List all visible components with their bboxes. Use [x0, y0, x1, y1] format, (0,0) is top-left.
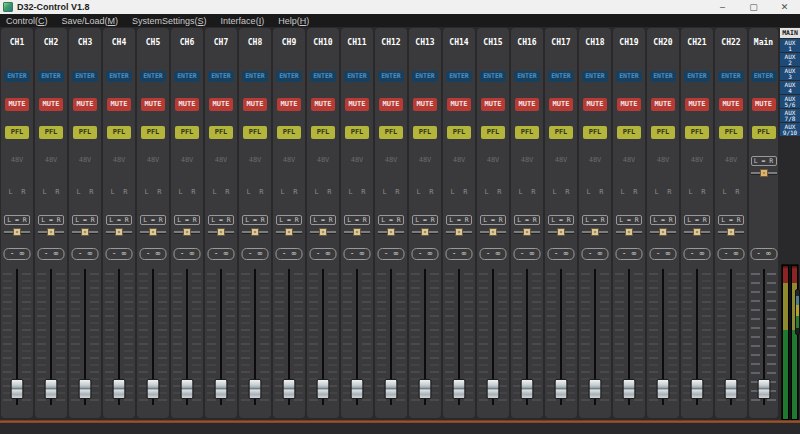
channel-fader[interactable] — [511, 267, 543, 413]
phantom-48v-button[interactable]: 48V — [69, 156, 101, 164]
pan-slider[interactable] — [650, 228, 676, 237]
fader-knob[interactable] — [757, 379, 770, 399]
channel-fader[interactable] — [409, 267, 441, 413]
stereo-link-button[interactable]: L = R — [4, 215, 30, 225]
fader-knob[interactable] — [249, 379, 262, 399]
stereo-link-button[interactable]: L = R — [72, 215, 98, 225]
pan-handle[interactable] — [217, 228, 225, 236]
fader-knob[interactable] — [555, 379, 568, 399]
phantom-48v-button[interactable]: 48V — [647, 156, 679, 164]
pan-handle[interactable] — [727, 228, 735, 236]
pfl-button[interactable]: PFL — [141, 126, 165, 139]
fader-knob[interactable] — [317, 379, 330, 399]
phantom-48v-button[interactable]: 48V — [511, 156, 543, 164]
pfl-button[interactable]: PFL — [175, 126, 199, 139]
aux-bus-button-7[interactable]: AUX 9/10 — [780, 123, 800, 136]
fader-knob[interactable] — [453, 379, 466, 399]
phantom-48v-button[interactable]: 48V — [35, 156, 67, 164]
channel-fader[interactable] — [341, 267, 373, 413]
fader-knob[interactable] — [691, 379, 704, 399]
pan-handle[interactable] — [760, 169, 768, 177]
mute-button[interactable]: MUTE — [107, 98, 131, 111]
pfl-button[interactable]: PFL — [617, 126, 641, 139]
pan-slider[interactable] — [242, 228, 268, 237]
pan-slider[interactable] — [480, 228, 506, 237]
pan-slider[interactable] — [616, 228, 642, 237]
pan-handle[interactable] — [251, 228, 259, 236]
mute-button[interactable]: MUTE — [73, 98, 97, 111]
phantom-48v-button[interactable]: 48V — [205, 156, 237, 164]
pan-handle[interactable] — [557, 228, 565, 236]
mute-button[interactable]: MUTE — [651, 98, 675, 111]
menu-item-i[interactable]: Interface(I) — [221, 16, 265, 26]
pan-slider[interactable] — [684, 228, 710, 237]
mute-button[interactable]: MUTE — [5, 98, 29, 111]
fader-knob[interactable] — [589, 379, 602, 399]
stereo-link-button[interactable]: L = R — [344, 215, 370, 225]
enter-button[interactable]: ENTER — [616, 71, 642, 82]
enter-button[interactable]: ENTER — [140, 71, 166, 82]
pan-slider[interactable] — [548, 228, 574, 237]
pfl-button[interactable]: PFL — [311, 126, 335, 139]
channel-fader[interactable] — [443, 267, 475, 413]
fader-knob[interactable] — [79, 379, 92, 399]
pfl-button[interactable]: PFL — [413, 126, 437, 139]
phantom-48v-button[interactable]: 48V — [103, 156, 135, 164]
stereo-link-button[interactable]: L = R — [140, 215, 166, 225]
fader-knob[interactable] — [657, 379, 670, 399]
phantom-48v-button[interactable]: 48V — [307, 156, 339, 164]
mute-button[interactable]: MUTE — [243, 98, 267, 111]
pan-slider[interactable] — [378, 228, 404, 237]
channel-fader[interactable] — [205, 267, 237, 413]
mute-button[interactable]: MUTE — [685, 98, 709, 111]
mute-button[interactable]: MUTE — [549, 98, 573, 111]
enter-button[interactable]: ENTER — [548, 71, 574, 82]
channel-fader[interactable] — [273, 267, 305, 413]
enter-button[interactable]: ENTER — [174, 71, 200, 82]
phantom-48v-button[interactable]: 48V — [171, 156, 203, 164]
channel-fader[interactable] — [545, 267, 577, 413]
main-pfl-button[interactable]: PFL — [752, 126, 776, 139]
channel-fader[interactable] — [1, 267, 33, 413]
enter-button[interactable]: ENTER — [684, 71, 710, 82]
pan-handle[interactable] — [591, 228, 599, 236]
pan-handle[interactable] — [13, 228, 21, 236]
fader-knob[interactable] — [351, 379, 364, 399]
pfl-button[interactable]: PFL — [583, 126, 607, 139]
mute-button[interactable]: MUTE — [379, 98, 403, 111]
stereo-link-button[interactable]: L = R — [650, 215, 676, 225]
stereo-link-button[interactable]: L = R — [276, 215, 302, 225]
pan-slider[interactable] — [344, 228, 370, 237]
pan-handle[interactable] — [387, 228, 395, 236]
aux-bus-button-6[interactable]: AUX 7/8 — [780, 109, 800, 122]
enter-button[interactable]: ENTER — [4, 71, 30, 82]
fader-knob[interactable] — [623, 379, 636, 399]
pan-handle[interactable] — [693, 228, 701, 236]
pan-slider[interactable] — [276, 228, 302, 237]
mini-meter-thumb[interactable] — [795, 289, 800, 335]
minimize-button[interactable]: – — [707, 0, 738, 14]
phantom-48v-button[interactable]: 48V — [443, 156, 475, 164]
stereo-link-button[interactable]: L = R — [514, 215, 540, 225]
pan-slider[interactable] — [208, 228, 234, 237]
stereo-link-button[interactable]: L = R — [582, 215, 608, 225]
phantom-48v-button[interactable]: 48V — [1, 156, 33, 164]
phantom-48v-button[interactable]: 48V — [579, 156, 611, 164]
stereo-link-button[interactable]: L = R — [38, 215, 64, 225]
pan-slider[interactable] — [106, 228, 132, 237]
main-enter-button[interactable]: ENTER — [751, 71, 777, 82]
phantom-48v-button[interactable]: 48V — [477, 156, 509, 164]
mute-button[interactable]: MUTE — [617, 98, 641, 111]
fader-knob[interactable] — [725, 379, 738, 399]
mute-button[interactable]: MUTE — [447, 98, 471, 111]
channel-fader[interactable] — [137, 267, 169, 413]
pan-handle[interactable] — [489, 228, 497, 236]
pan-slider[interactable] — [38, 228, 64, 237]
channel-fader[interactable] — [171, 267, 203, 413]
enter-button[interactable]: ENTER — [718, 71, 744, 82]
enter-button[interactable]: ENTER — [412, 71, 438, 82]
pfl-button[interactable]: PFL — [549, 126, 573, 139]
enter-button[interactable]: ENTER — [208, 71, 234, 82]
channel-fader[interactable] — [613, 267, 645, 413]
menu-item-h[interactable]: Help(H) — [278, 16, 309, 26]
